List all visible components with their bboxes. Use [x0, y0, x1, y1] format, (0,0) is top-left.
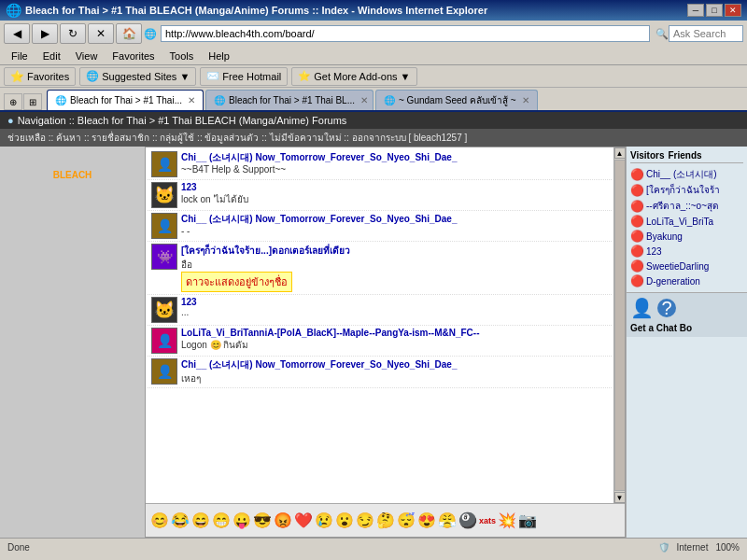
menu-file[interactable]: File: [4, 49, 35, 63]
chat-message-6: 👤 LoLiTa_Vi_BriTanniA-[PolA_BlacK]--Mapl…: [148, 326, 612, 357]
menu-edit[interactable]: Edit: [35, 49, 68, 63]
suggested-sites-button[interactable]: 🌐 Suggested Sites ▼: [79, 67, 196, 86]
username-6: LoLiTa_Vi_BriTanniA-[PolA_BlacK]--Maple-…: [181, 328, 608, 338]
scroll-down-button[interactable]: ▼: [614, 492, 626, 503]
emoji-laugh[interactable]: 😂: [171, 511, 190, 529]
emoji-8ball[interactable]: 🎱: [458, 511, 477, 529]
chat-messages[interactable]: 👤 Chi__ (소녀시대) Now_Tomorrow_Forever_So_N…: [146, 147, 613, 503]
msg-content-6: LoLiTa_Vi_BriTanniA-[PolA_BlacK]--Maple-…: [181, 328, 608, 352]
avatar-5: 🐱: [151, 297, 177, 323]
forward-button[interactable]: ▶: [32, 23, 58, 44]
chat-message-1: 👤 Chi__ (소녀시대) Now_Tomorrow_Forever_So_N…: [148, 149, 612, 180]
emoji-love[interactable]: 😍: [417, 511, 436, 529]
page-frame: ● Navigation :: Bleach for Thai > #1 Tha…: [0, 112, 747, 538]
user-icon-6: 🔴: [630, 245, 644, 258]
title-bar: 🌐 Bleach for Thai > #1 Thai BLEACH (Mang…: [0, 0, 747, 21]
address-label: 🌐: [144, 28, 157, 40]
scroll-up-button[interactable]: ▲: [614, 147, 626, 159]
msg-text-4: อือ: [181, 258, 608, 272]
msg-text-2: lock on 'ไม่ได้ยับ: [181, 192, 608, 206]
menu-help[interactable]: Help: [201, 49, 237, 63]
emoji-smirk[interactable]: 😏: [356, 511, 374, 529]
minimize-button[interactable]: ─: [687, 4, 704, 17]
new-tab-icon[interactable]: ⊕: [4, 93, 22, 110]
right-panel-users: Visitors Friends 🔴 Chi__ (소녀시대) 🔴 [ใครๆก…: [627, 147, 747, 292]
online-user-8: 🔴 D-generation: [630, 273, 743, 288]
search-input[interactable]: [669, 25, 743, 42]
menu-view[interactable]: View: [68, 49, 106, 63]
main-content: BLEACH 👤 Chi__ (소녀시대) Now_Tomorrow_Forev…: [0, 147, 747, 538]
emoji-cool[interactable]: 😎: [253, 511, 272, 529]
chat-message-3: 👤 Chi__ (소녀시대) Now_Tomorrow_Forever_So_N…: [148, 211, 612, 242]
emoji-xats[interactable]: xats: [479, 516, 496, 525]
user-name-6: 123: [646, 246, 662, 257]
breadcrumb-text: Navigation :: Bleach for Thai > #1 Thai …: [18, 115, 347, 126]
emoji-frustrated[interactable]: 😤: [438, 511, 457, 529]
msg-text-1: ~~B4T Help & Support~~: [181, 164, 608, 175]
emoji-big-smile[interactable]: 😁: [212, 511, 231, 529]
close-button[interactable]: ✕: [725, 4, 741, 17]
status-right: 🛡️ Internet 100%: [658, 542, 740, 553]
suggested-sites-label: Suggested Sites ▼: [102, 71, 190, 82]
tab-2-close[interactable]: ✕: [360, 95, 368, 105]
tab-3[interactable]: 🌐 ~ Gundam Seed คลับเข้าสู้ ~ ✕: [375, 90, 538, 110]
back-button[interactable]: ◀: [4, 23, 30, 44]
tab-3-label: ~ Gundam Seed คลับเข้าสู้ ~: [399, 93, 516, 107]
get-more-addons-button[interactable]: ⭐ Get More Add-ons ▼: [291, 67, 416, 86]
stop-button[interactable]: ✕: [88, 23, 114, 44]
emoji-heart[interactable]: ❤️: [294, 511, 313, 529]
tab-1[interactable]: 🌐 Bleach for Thai > #1 Thai... ✕: [47, 90, 204, 110]
user-name-3: --ศรีตาล_::~o~สุด: [646, 199, 719, 213]
emoji-sleep[interactable]: 😴: [397, 511, 416, 529]
ie-icon-small: 🌐: [86, 70, 99, 82]
home-button[interactable]: 🏠: [116, 23, 142, 44]
msg-content-7: Chi__ (소녀시대) Now_Tomorrow_Forever_So_Nye…: [181, 358, 608, 385]
emoji-surprised[interactable]: 😮: [335, 511, 354, 529]
emoji-tongue[interactable]: 😛: [233, 511, 251, 529]
search-area: 🔍: [655, 25, 743, 42]
username-3: Chi__ (소녀시대) Now_Tomorrow_Forever_So_Nye…: [181, 213, 608, 226]
emoji-smile[interactable]: 😊: [150, 511, 169, 529]
emoji-think[interactable]: 🤔: [376, 511, 395, 529]
tab-1-close[interactable]: ✕: [188, 95, 195, 105]
username-5: 123: [181, 297, 608, 307]
question-icon: ?: [657, 299, 676, 317]
user-icon-8: 🔴: [630, 274, 644, 287]
emoji-cry[interactable]: 😢: [315, 511, 333, 529]
ie-icon: 🌐: [6, 3, 21, 18]
username-4: [ใครๆก็ว่าฉันใจร้าย...]ดอกเตอร์เลยที่เดี…: [181, 244, 608, 258]
sub-nav-text: ช่วยเหลือ :: ค้นหา :: รายชื่อสมาชิก :: ก…: [7, 131, 467, 145]
username-1: Chi__ (소녀시대) Now_Tomorrow_Forever_So_Nye…: [181, 151, 608, 164]
address-bar-input[interactable]: [161, 25, 650, 42]
avatar-icon-small: 👤: [630, 297, 654, 319]
menu-favorites[interactable]: Favorites: [105, 49, 162, 63]
favorites-button[interactable]: ⭐ Favorites: [4, 67, 76, 86]
emoji-boom[interactable]: 💥: [498, 511, 516, 529]
online-user-5: 🔴 Byakung: [630, 229, 743, 244]
quick-tabs-icon[interactable]: ⊞: [23, 93, 42, 110]
emoji-camera[interactable]: 📷: [518, 511, 537, 529]
scroll-thumb[interactable]: [614, 160, 626, 491]
user-icon-5: 🔴: [630, 230, 644, 243]
chat-scrollbar[interactable]: ▲ ▼: [613, 147, 625, 503]
free-hotmail-label: Free Hotmail: [222, 71, 281, 82]
msg-content-1: Chi__ (소녀시대) Now_Tomorrow_Forever_So_Nye…: [181, 151, 608, 175]
chat-message-7: 👤 Chi__ (소녀시대) Now_Tomorrow_Forever_So_N…: [148, 357, 612, 388]
tab-3-close[interactable]: ✕: [522, 95, 529, 105]
free-hotmail-button[interactable]: ✉️ Free Hotmail: [200, 67, 288, 86]
favorites-bar: ⭐ Favorites 🌐 Suggested Sites ▼ ✉️ Free …: [0, 65, 747, 88]
maximize-button[interactable]: □: [706, 4, 723, 17]
msg-text-3: - -: [181, 226, 608, 236]
emoji-grin[interactable]: 😄: [191, 511, 210, 529]
menu-tools[interactable]: Tools: [162, 49, 202, 63]
user-name-1: Chi__ (소녀시대): [646, 168, 717, 181]
chat-footer-text: Get a Chat Bo: [630, 323, 692, 333]
refresh-button[interactable]: ↻: [60, 23, 86, 44]
emoji-angry[interactable]: 😡: [274, 511, 292, 529]
tab-2[interactable]: 🌐 Bleach for Thai > #1 Thai BL... ✕: [205, 90, 374, 110]
tab-3-icon: 🌐: [384, 95, 395, 105]
user-icon-2: 🔴: [630, 184, 644, 197]
user-name-7: SweetieDarling: [646, 261, 709, 272]
msg-content-2: 123 lock on 'ไม่ได้ยับ: [181, 182, 608, 206]
left-sidebar: BLEACH: [0, 147, 145, 538]
